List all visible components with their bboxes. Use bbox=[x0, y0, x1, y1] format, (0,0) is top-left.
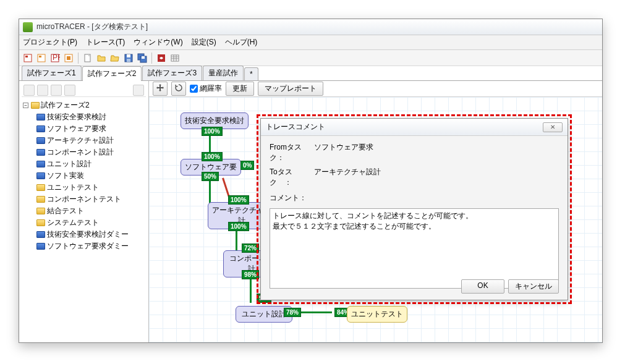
update-button[interactable]: 更新 bbox=[226, 82, 254, 96]
app-window: microTRACER - [タグ検索テスト] プロジェクト(P) トレース(T… bbox=[19, 19, 603, 343]
dialog-body: Fromタスク： ソフトウェア要求 Toタスク ： アーキテクチャ設計 コメント… bbox=[261, 136, 568, 297]
menu-help[interactable]: ヘルプ(H) bbox=[225, 37, 258, 48]
window-title: microTRACER - [タグ検索テスト] bbox=[36, 22, 148, 32]
menu-project[interactable]: プロジェクト(P) bbox=[23, 37, 77, 48]
pct-badge: 100% bbox=[202, 127, 223, 136]
node-unit-test[interactable]: ユニットテスト bbox=[347, 306, 407, 323]
toolbar-separator-1 bbox=[78, 53, 79, 64]
tree-item-label: 結合テスト bbox=[47, 206, 84, 216]
folder-icon bbox=[36, 125, 45, 132]
toolbar-btn-2[interactable] bbox=[35, 52, 48, 64]
toolbar-btn-3[interactable]: PF bbox=[49, 52, 61, 64]
toolbar-btn-1[interactable] bbox=[22, 52, 34, 64]
folder-icon bbox=[36, 114, 45, 121]
tree-item[interactable]: 技術安全要求検討ダミー bbox=[36, 229, 145, 240]
sidebar-btn-2[interactable] bbox=[37, 85, 48, 96]
tab-4[interactable]: * bbox=[244, 67, 258, 80]
tab-1[interactable]: 試作フェーズ2 bbox=[82, 66, 142, 81]
tree-item[interactable]: ソフトウェア要求ダミー bbox=[36, 240, 145, 252]
tree-item-label: システムテスト bbox=[47, 218, 99, 228]
comment-label: コメント： bbox=[270, 193, 307, 203]
map-report-button[interactable]: マップレポート bbox=[258, 82, 323, 96]
comment-textarea[interactable] bbox=[270, 208, 559, 289]
folder-icon bbox=[36, 231, 45, 238]
app-icon bbox=[23, 22, 33, 32]
tree-item[interactable]: ユニットテスト bbox=[36, 182, 145, 193]
canvas-toolbar: 網羅率 更新 マップレポート bbox=[149, 81, 602, 97]
svg-rect-14 bbox=[142, 56, 145, 59]
pct-badge: 72% bbox=[242, 243, 259, 253]
folder-icon bbox=[36, 208, 45, 214]
tab-0[interactable]: 試作フェーズ1 bbox=[22, 66, 82, 80]
sidebar-toolbar bbox=[22, 83, 146, 97]
coverage-checkbox[interactable]: 網羅率 bbox=[190, 83, 222, 94]
tree-item[interactable]: ユニット設計 bbox=[36, 158, 145, 170]
tree-item[interactable]: ソフト実装 bbox=[36, 170, 145, 182]
tree-item[interactable]: コンポーネント設計 bbox=[36, 146, 145, 158]
svg-rect-1 bbox=[25, 56, 28, 57]
tree-children: 技術安全要求検討ソフトウェア要求アーキテクチャ設計コンポーネント設計ユニット設計… bbox=[36, 111, 145, 252]
folder-icon bbox=[36, 243, 45, 250]
new-doc-icon[interactable] bbox=[82, 52, 94, 64]
sidebar-btn-3[interactable] bbox=[51, 85, 62, 96]
tree-item[interactable]: システムテスト bbox=[36, 217, 145, 229]
coverage-checkbox-input[interactable] bbox=[190, 85, 198, 93]
open-folder-icon-2[interactable] bbox=[109, 52, 121, 64]
tree-item[interactable]: コンポーネントテスト bbox=[36, 193, 145, 205]
toolbar-separator-2 bbox=[151, 53, 152, 64]
to-task-value: アーキテクチャ設計 bbox=[314, 167, 381, 188]
refresh-icon[interactable] bbox=[171, 82, 186, 96]
svg-rect-7 bbox=[67, 56, 70, 60]
dialog-titlebar: トレースコメント ✕ bbox=[261, 119, 568, 136]
open-folder-icon[interactable] bbox=[95, 52, 108, 64]
folder-icon bbox=[31, 102, 40, 109]
tree-item[interactable]: 技術安全要求検討 bbox=[36, 111, 145, 123]
tree-item[interactable]: アーキテクチャ設計 bbox=[36, 135, 145, 146]
tree-root[interactable]: − 試作フェーズ2 bbox=[23, 99, 145, 111]
collapse-icon[interactable]: − bbox=[23, 103, 28, 108]
tree-item-label: ユニット設計 bbox=[47, 159, 91, 169]
sidebar-add-btn[interactable] bbox=[23, 85, 35, 96]
ok-button[interactable]: OK bbox=[461, 279, 504, 294]
sidebar-btn-4[interactable] bbox=[64, 85, 75, 96]
tree-item-label: アーキテクチャ設計 bbox=[47, 135, 114, 146]
menu-trace[interactable]: トレース(T) bbox=[86, 37, 125, 48]
cancel-button[interactable]: キャンセル bbox=[508, 279, 559, 294]
menu-window[interactable]: ウィンドウ(W) bbox=[134, 37, 182, 48]
tab-2[interactable]: 試作フェーズ3 bbox=[142, 66, 202, 80]
toolbar: PF bbox=[19, 50, 602, 66]
tab-3[interactable]: 量産試作 bbox=[203, 66, 244, 80]
svg-text:PF: PF bbox=[53, 53, 60, 62]
pct-badge: 100% bbox=[202, 152, 223, 161]
svg-rect-11 bbox=[127, 59, 130, 62]
pct-badge: 78% bbox=[284, 308, 301, 317]
trace-comment-dialog: トレースコメント ✕ Fromタスク： ソフトウェア要求 Toタスク ： アーキ… bbox=[260, 118, 568, 300]
tree-item-label: コンポーネントテスト bbox=[47, 194, 121, 205]
toolbar-btn-4[interactable] bbox=[62, 52, 75, 64]
folder-icon bbox=[36, 137, 45, 144]
tree-item[interactable]: ソフトウェア要求 bbox=[36, 123, 145, 135]
svg-rect-16 bbox=[171, 55, 179, 61]
folder-icon bbox=[36, 172, 45, 179]
folder-icon bbox=[36, 219, 45, 226]
pct-badge: 100% bbox=[228, 222, 249, 231]
tree: − 試作フェーズ2 技術安全要求検討ソフトウェア要求アーキテクチャ設計コンポーネ… bbox=[22, 97, 146, 255]
menu-settings[interactable]: 設定(S) bbox=[192, 37, 216, 48]
save-icon[interactable] bbox=[122, 52, 135, 64]
dialog-title-text: トレースコメント bbox=[266, 122, 325, 132]
sidebar: − 試作フェーズ2 技術安全要求検討ソフトウェア要求アーキテクチャ設計コンポーネ… bbox=[19, 81, 149, 342]
tree-item-label: ユニットテスト bbox=[47, 182, 99, 193]
tree-item[interactable]: 結合テスト bbox=[36, 205, 145, 217]
tree-root-label: 試作フェーズ2 bbox=[41, 100, 90, 111]
move-tool-icon[interactable] bbox=[153, 82, 168, 96]
folder-icon bbox=[36, 196, 45, 203]
table-icon[interactable] bbox=[169, 52, 181, 64]
menubar: プロジェクト(P) トレース(T) ウィンドウ(W) 設定(S) ヘルプ(H) bbox=[19, 35, 602, 50]
pdf-icon[interactable] bbox=[155, 52, 168, 64]
tree-item-label: 技術安全要求検討 bbox=[47, 112, 106, 122]
sidebar-btn-view[interactable] bbox=[133, 85, 144, 96]
folder-icon bbox=[36, 184, 45, 191]
save-all-icon[interactable] bbox=[136, 52, 148, 64]
titlebar: microTRACER - [タグ検索テスト] bbox=[19, 19, 602, 35]
close-icon[interactable]: ✕ bbox=[543, 122, 563, 132]
